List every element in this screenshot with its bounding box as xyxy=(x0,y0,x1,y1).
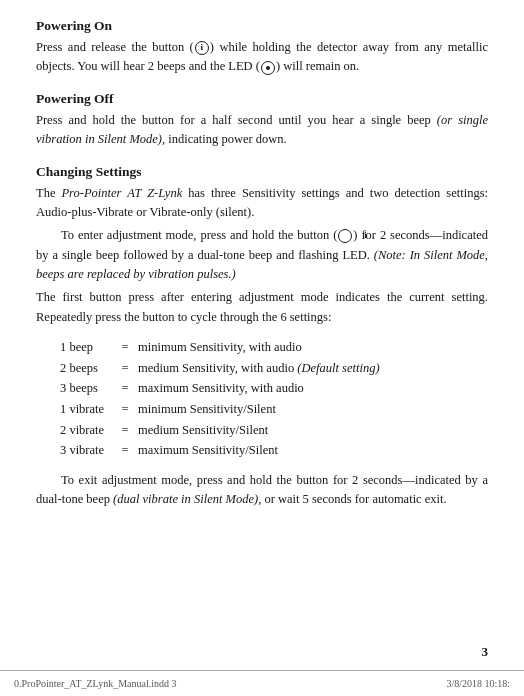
setting-label: 1 vibrate xyxy=(56,399,116,420)
powering-on-body: Press and release the button (i) while h… xyxy=(36,38,488,77)
setting-eq: = xyxy=(116,420,134,441)
setting-label: 2 vibrate xyxy=(56,420,116,441)
exit-para: To exit adjustment mode, press and hold … xyxy=(36,471,488,510)
settings-row: 2 beeps=medium Sensitivity, with audio (… xyxy=(56,358,384,379)
powering-off-title: Powering Off xyxy=(36,91,488,107)
footer-left: 0.ProPointer_AT_ZLynk_Manual.indd 3 xyxy=(14,678,177,689)
changing-settings-para2: The first button press after entering ad… xyxy=(36,288,488,327)
setting-desc: maximum Sensitivity/Silent xyxy=(134,440,384,461)
settings-table: 1 beep=minimum Sensitivity, with audio2 … xyxy=(56,337,384,461)
footer-right: 3/8/2018 10:18: xyxy=(446,678,510,689)
changing-settings-intro: The Pro-Pointer AT Z-Lynk has three Sens… xyxy=(36,184,488,223)
setting-desc: medium Sensitivity, with audio (Default … xyxy=(134,358,384,379)
button-icon-2: i xyxy=(338,229,352,243)
powering-on-title: Powering On xyxy=(36,18,488,34)
setting-label: 3 vibrate xyxy=(56,440,116,461)
setting-desc: minimum Sensitivity/Silent xyxy=(134,399,384,420)
footer-bar: 0.ProPointer_AT_ZLynk_Manual.indd 3 3/8/… xyxy=(0,670,524,696)
powering-off-body: Press and hold the button for a half sec… xyxy=(36,111,488,150)
settings-row: 1 beep=minimum Sensitivity, with audio xyxy=(56,337,384,358)
setting-desc: medium Sensitivity/Silent xyxy=(134,420,384,441)
changing-settings-para1: To enter adjustment mode, press and hold… xyxy=(36,226,488,284)
setting-desc: maximum Sensitivity, with audio xyxy=(134,378,384,399)
settings-list: 1 beep=minimum Sensitivity, with audio2 … xyxy=(56,337,488,461)
settings-row: 3 beeps=maximum Sensitivity, with audio xyxy=(56,378,384,399)
changing-settings-title: Changing Settings xyxy=(36,164,488,180)
settings-row: 3 vibrate=maximum Sensitivity/Silent xyxy=(56,440,384,461)
led-icon-1 xyxy=(261,61,275,75)
setting-label: 2 beeps xyxy=(56,358,116,379)
settings-row: 1 vibrate=minimum Sensitivity/Silent xyxy=(56,399,384,420)
settings-row: 2 vibrate=medium Sensitivity/Silent xyxy=(56,420,384,441)
setting-eq: = xyxy=(116,337,134,358)
page-number: 3 xyxy=(482,644,489,660)
setting-label: 3 beeps xyxy=(56,378,116,399)
page-content: Powering On Press and release the button… xyxy=(0,0,524,670)
setting-eq: = xyxy=(116,399,134,420)
setting-eq: = xyxy=(116,378,134,399)
setting-label: 1 beep xyxy=(56,337,116,358)
setting-eq: = xyxy=(116,358,134,379)
setting-eq: = xyxy=(116,440,134,461)
setting-desc: minimum Sensitivity, with audio xyxy=(134,337,384,358)
button-icon-1: i xyxy=(195,41,209,55)
